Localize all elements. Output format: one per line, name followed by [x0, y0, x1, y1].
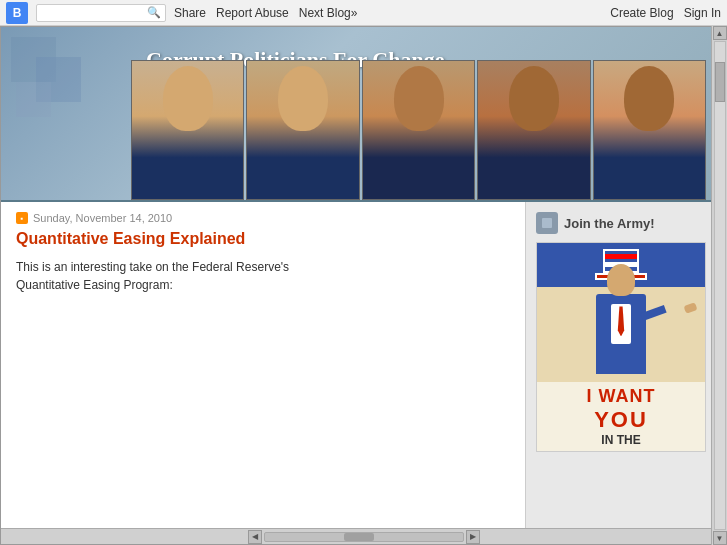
post-date-line: ▪ Sunday, November 14, 2010 — [16, 212, 510, 224]
photos-strip — [131, 60, 706, 200]
politician-photo-5 — [593, 60, 706, 200]
decor-square-3 — [16, 82, 51, 117]
face-oval-1 — [163, 66, 213, 131]
search-input[interactable] — [41, 7, 147, 19]
widget-icon — [536, 212, 558, 234]
face-oval-5 — [624, 66, 674, 131]
post-date: Sunday, November 14, 2010 — [33, 212, 172, 224]
politician-photo-2 — [246, 60, 359, 200]
figure-finger — [684, 303, 698, 315]
right-scrollbar[interactable]: ▲ ▼ — [711, 26, 727, 545]
search-box[interactable]: 🔍 — [36, 4, 166, 22]
next-blog-link[interactable]: Next Blog» — [299, 6, 358, 20]
face-oval-4 — [509, 66, 559, 131]
search-button[interactable]: 🔍 — [147, 6, 161, 19]
poster-subtext: IN THE — [601, 433, 640, 447]
poster-text-area: I WANT YOU IN THE — [537, 382, 705, 451]
face-1 — [132, 61, 243, 199]
bottom-scrollbar[interactable]: ◀ ▶ — [1, 528, 726, 544]
vertical-scroll-thumb[interactable] — [715, 62, 725, 102]
politician-photo-3 — [362, 60, 475, 200]
blog-header: Corrupt Politicians For Change... — [1, 27, 726, 202]
face-oval-2 — [278, 66, 328, 131]
poster-figure — [537, 287, 705, 382]
share-link[interactable]: Share — [174, 6, 206, 20]
face-oval-3 — [394, 66, 444, 131]
blog-outer: Corrupt Politicians For Change... — [1, 27, 726, 544]
face-5 — [594, 61, 705, 199]
face-3 — [363, 61, 474, 199]
poster-you-text: YOU — [594, 407, 648, 433]
face-2 — [247, 61, 358, 199]
scroll-track[interactable] — [264, 532, 464, 542]
widget-header: Join the Army! — [536, 212, 716, 234]
browser-window: Corrupt Politicians For Change... — [0, 26, 727, 545]
post-title[interactable]: Quantitative Easing Explained — [16, 230, 510, 248]
sidebar: Join the Army! — [526, 202, 726, 528]
nav-links: Share Report Abuse Next Blog» — [174, 6, 357, 20]
figure-body — [596, 294, 646, 374]
vertical-scroll-track[interactable] — [714, 41, 726, 530]
hat-stripe-1 — [605, 254, 637, 259]
create-blog-link[interactable]: Create Blog — [610, 6, 673, 20]
politician-photo-1 — [131, 60, 244, 200]
main-column: ▪ Sunday, November 14, 2010 Quantitative… — [1, 202, 526, 528]
blog-content-area: ▪ Sunday, November 14, 2010 Quantitative… — [1, 202, 726, 528]
scroll-right-arrow[interactable]: ▶ — [466, 530, 480, 544]
scrollbar-container: ◀ ▶ — [248, 530, 480, 544]
figure-head — [607, 264, 635, 296]
poster-want-text: I WANT — [587, 386, 656, 407]
scroll-left-arrow[interactable]: ◀ — [248, 530, 262, 544]
sign-in-link[interactable]: Sign In — [684, 6, 721, 20]
figure-arm — [640, 305, 666, 321]
politician-photo-4 — [477, 60, 590, 200]
post-body-line2: Quantitative Easing Program: — [16, 278, 173, 292]
report-abuse-link[interactable]: Report Abuse — [216, 6, 289, 20]
blogger-logo: B — [6, 2, 28, 24]
post-body: This is an interesting take on the Feder… — [16, 258, 510, 294]
scroll-up-arrow[interactable]: ▲ — [713, 26, 727, 40]
uncle-sam-poster: I WANT YOU IN THE — [536, 242, 706, 452]
post-body-line1: This is an interesting take on the Feder… — [16, 260, 289, 274]
blogger-navbar: B 🔍 Share Report Abuse Next Blog» Create… — [0, 0, 727, 26]
header-decoration — [11, 37, 101, 127]
scroll-down-arrow[interactable]: ▼ — [713, 531, 727, 545]
blogger-logo-letter: B — [13, 6, 22, 20]
nav-right: Create Blog Sign In — [610, 6, 721, 20]
widget-icon-inner — [542, 218, 552, 228]
calendar-icon: ▪ — [16, 212, 28, 224]
widget-title: Join the Army! — [564, 216, 655, 231]
sidebar-widget: Join the Army! — [536, 212, 716, 452]
face-4 — [478, 61, 589, 199]
scroll-thumb[interactable] — [344, 533, 374, 541]
